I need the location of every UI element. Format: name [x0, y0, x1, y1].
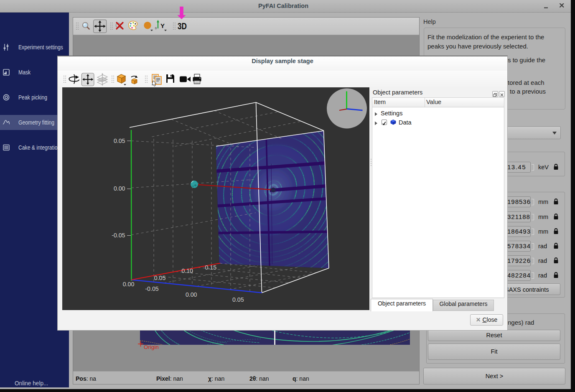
svg-text:Y: Y: [160, 22, 165, 29]
svg-text:3D: 3D: [178, 20, 187, 31]
svg-text:0.00: 0.00: [123, 281, 135, 288]
svg-text:0.05: 0.05: [154, 275, 166, 281]
svg-text:0: 0: [155, 27, 157, 30]
svg-text:-0.05: -0.05: [112, 232, 125, 239]
svg-text:0.00: 0.00: [114, 185, 125, 192]
svg-text:-0.05: -0.05: [145, 285, 158, 292]
svg-text:0.15: 0.15: [205, 264, 216, 271]
svg-text:0.00: 0.00: [186, 291, 197, 298]
svg-text:0.05: 0.05: [232, 296, 244, 303]
svg-text:0.10: 0.10: [181, 267, 193, 274]
svg-text:Origin: Origin: [144, 344, 159, 350]
svg-text:0.05: 0.05: [114, 137, 125, 144]
